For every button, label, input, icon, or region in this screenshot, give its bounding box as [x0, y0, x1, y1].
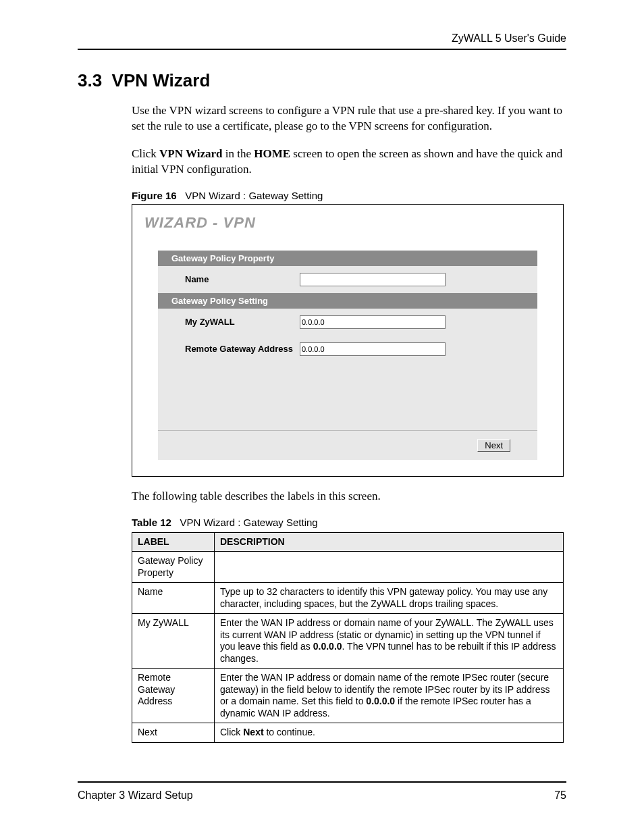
table-row: Name Type up to 32 characters to identif… — [132, 583, 564, 614]
table-header-row: LABEL DESCRIPTION — [132, 532, 564, 552]
next-button[interactable]: Next — [477, 439, 510, 452]
section-number: 3.3 — [78, 70, 102, 90]
wizard-title: WIZARD - VPN — [144, 214, 551, 232]
row-name: Name — [158, 266, 537, 293]
section-title-text: VPN Wizard — [112, 70, 211, 90]
table-row: Remote Gateway Address Enter the WAN IP … — [132, 669, 564, 723]
table-row: Next Click Next to continue. — [132, 723, 564, 743]
footer-chapter: Chapter 3 Wizard Setup — [78, 789, 193, 802]
th-description: DESCRIPTION — [215, 532, 564, 552]
cell-label: Name — [132, 583, 215, 614]
panel-header-setting: Gateway Policy Setting — [158, 293, 537, 309]
wizard-panel: Gateway Policy Property Name Gateway Pol… — [158, 251, 537, 460]
cell-label: Next — [132, 723, 215, 743]
table-caption-text: VPN Wizard : Gateway Setting — [180, 517, 317, 528]
cell-desc: Click Next to continue. — [215, 723, 564, 743]
footer-page-number: 75 — [554, 789, 566, 802]
description-table: LABEL DESCRIPTION Gateway Policy Propert… — [132, 532, 564, 743]
input-remote-gateway[interactable] — [300, 342, 446, 356]
table-row: My ZyWALL Enter the WAN IP address or do… — [132, 614, 564, 669]
panel-spacer — [158, 363, 537, 431]
cell-label: My ZyWALL — [132, 614, 215, 669]
section-heading: 3.3 VPN Wizard — [78, 70, 566, 91]
cell-desc: Type up to 32 characters to identify thi… — [215, 583, 564, 614]
cell-label: Gateway Policy Property — [132, 552, 215, 583]
cell-desc: Enter the WAN IP address or domain name … — [215, 669, 564, 723]
label-myzywall: My ZyWALL — [185, 317, 300, 327]
table-label: Table 12 — [132, 517, 171, 528]
cell-desc: Enter the WAN IP address or domain name … — [215, 614, 564, 669]
figure-label: Figure 16 — [132, 190, 177, 201]
th-label: LABEL — [132, 532, 215, 552]
header-rule — [78, 49, 566, 50]
after-figure-paragraph: The following table describes the labels… — [132, 489, 566, 504]
panel-footer: Next — [158, 431, 537, 460]
label-name: Name — [185, 274, 300, 284]
cell-desc — [215, 552, 564, 583]
wizard-figure: WIZARD - VPN Gateway Policy Property Nam… — [132, 204, 564, 477]
figure-caption: Figure 16 VPN Wizard : Gateway Setting — [132, 190, 566, 201]
panel-header-property: Gateway Policy Property — [158, 251, 537, 266]
paragraph-2: Click VPN Wizard in the HOME screen to o… — [132, 147, 566, 178]
paragraph-1: Use the VPN wizard screens to configure … — [132, 103, 566, 134]
label-remote-gateway: Remote Gateway Address — [185, 344, 300, 354]
row-myzywall: My ZyWALL — [158, 309, 537, 336]
row-remote-gateway: Remote Gateway Address — [158, 336, 537, 363]
table-caption: Table 12 VPN Wizard : Gateway Setting — [132, 517, 566, 528]
running-head: ZyWALL 5 User's Guide — [78, 32, 566, 49]
figure-caption-text: VPN Wizard : Gateway Setting — [185, 190, 323, 201]
after-figure-text: The following table describes the labels… — [132, 489, 566, 504]
input-name[interactable] — [300, 273, 446, 286]
footer-rule — [78, 781, 566, 783]
page-footer: Chapter 3 Wizard Setup 75 — [78, 789, 566, 802]
intro-paragraphs: Use the VPN wizard screens to configure … — [132, 103, 566, 178]
input-myzywall[interactable] — [300, 315, 446, 329]
table-row: Gateway Policy Property — [132, 552, 564, 583]
cell-label: Remote Gateway Address — [132, 669, 215, 723]
